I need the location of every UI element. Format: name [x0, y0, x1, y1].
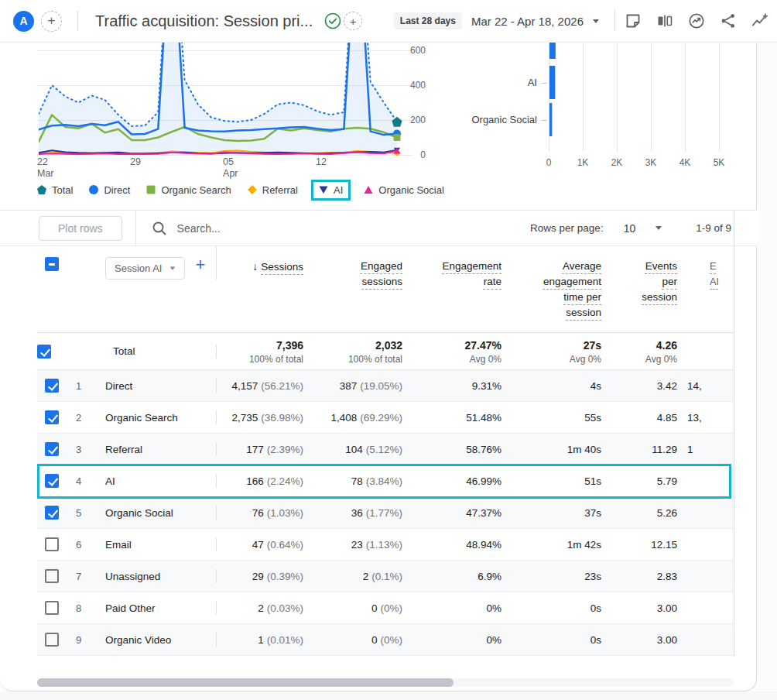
legend-item-total[interactable]: Total — [37, 184, 73, 196]
table-row: 4 AI 166(2.24%) 78(3.84%) 46.99% 51s 5.7… — [37, 465, 734, 497]
row-checkbox[interactable] — [45, 537, 59, 551]
row-checkbox[interactable] — [45, 442, 59, 456]
table-row: 9 Organic Video 1(0.01%) 0(0%) 0% 0s 3.0… — [37, 624, 734, 656]
insights-icon[interactable] — [687, 12, 706, 30]
engaged-sessions-cell: 0(0%) — [303, 634, 402, 646]
legend-label: Organic Search — [161, 184, 231, 196]
sessions-cell: 4,157(56.21%) — [217, 380, 303, 392]
horizontal-scrollbar-thumb[interactable] — [37, 678, 454, 687]
avg-engagement-time-cell: 51s — [501, 475, 601, 487]
legend-item-direct[interactable]: Direct — [89, 184, 130, 196]
column-header-avg-engagement-time[interactable]: Average engagement time per session — [501, 246, 601, 321]
avg-engagement-time-cell: 4s — [501, 380, 601, 392]
search-icon — [151, 220, 168, 237]
add-badge-button[interactable]: + — [344, 12, 362, 30]
engagement-rate-cell: 0% — [402, 602, 501, 614]
page-background — [0, 691, 777, 700]
comparison-icon[interactable] — [655, 12, 674, 30]
sort-descending-icon: ↓ — [252, 259, 258, 274]
legend-item-referral[interactable]: Referral — [248, 184, 298, 196]
table-row: 6 Email 47(0.64%) 23(1.13%) 48.94% 1m 42… — [37, 529, 734, 561]
total-row-label: Total — [113, 345, 135, 357]
total-events-cell: 4.26Avg 0% — [601, 338, 677, 365]
row-number: 6 — [76, 539, 87, 551]
row-number: 5 — [76, 507, 87, 519]
engagement-rate-cell: 48.94% — [402, 539, 501, 551]
row-checkbox[interactable] — [45, 569, 59, 583]
avg-engagement-time-cell: 37s — [501, 507, 601, 519]
engagement-rate-cell: 51.48% — [402, 412, 501, 424]
add-dimension-button[interactable]: + — [195, 257, 205, 273]
column-header-engaged-sessions[interactable]: Engaged sessions — [303, 246, 402, 290]
column-header-engagement-rate[interactable]: Engagement rate — [402, 246, 501, 290]
column-header-sessions[interactable]: ↓Sessions — [217, 246, 303, 275]
dimension-caret-icon — [170, 266, 176, 269]
engagement-rate-cell: 47.37% — [402, 507, 501, 519]
total-engaged-cell: 2,032100% of total — [303, 338, 402, 365]
column-header-event-count-partial[interactable]: E Al — [677, 246, 734, 290]
row-checkbox[interactable] — [45, 633, 59, 647]
column-header-events-per-session[interactable]: Events per session — [601, 246, 677, 305]
row-checkbox[interactable] — [45, 474, 59, 488]
rows-per-page-value[interactable]: 10 — [624, 222, 636, 235]
row-checkbox[interactable] — [45, 506, 59, 520]
check-circle-icon — [323, 12, 342, 30]
table-row: 1 Direct 4,157(56.21%) 387(19.05%) 9.31%… — [37, 370, 734, 402]
row-number: 9 — [76, 634, 87, 646]
notes-icon[interactable] — [624, 12, 642, 30]
engagement-rate-cell: 6.9% — [402, 571, 501, 582]
row-label: Direct — [105, 380, 132, 392]
legend-label: AI — [334, 184, 343, 196]
legend-item-organic-social[interactable]: Organic Social — [364, 184, 444, 196]
row-checkbox[interactable] — [45, 601, 59, 615]
total-time-cell: 27sAvg 0% — [501, 338, 601, 365]
engagement-rate-cell: 58.76% — [402, 444, 501, 455]
table-body: 1 Direct 4,157(56.21%) 387(19.05%) 9.31%… — [37, 370, 734, 656]
table-right-edge — [734, 210, 734, 656]
date-range-selector[interactable]: Mar 22 - Apr 18, 2026 — [471, 15, 599, 28]
sessions-cell: 47(0.64%) — [217, 539, 303, 551]
engaged-sessions-cell: 36(1.77%) — [303, 507, 402, 519]
events-per-session-cell: 3.00 — [601, 634, 677, 646]
header-divider — [77, 11, 78, 31]
checkmark-badge[interactable] — [323, 12, 342, 30]
engaged-sessions-cell: 1,408(69.29%) — [303, 412, 402, 424]
engaged-sessions-cell: 387(19.05%) — [303, 380, 402, 392]
row-checkbox[interactable] — [45, 410, 59, 424]
select-all-checkbox[interactable] — [45, 257, 59, 271]
table-row: 8 Paid Other 2(0.03%) 0(0%) 0% 0s 3.00 — [37, 592, 734, 624]
engagement-rate-cell: 9.31% — [402, 380, 501, 392]
pagination-status: 1-9 of 9 — [696, 222, 731, 234]
legend-label: Referral — [262, 184, 298, 196]
avatar[interactable]: A — [13, 11, 34, 32]
share-icon[interactable] — [719, 12, 738, 30]
date-range-text: Mar 22 - Apr 18, 2026 — [471, 15, 584, 28]
row-number: 3 — [76, 444, 87, 455]
rows-per-page-caret-icon[interactable] — [655, 226, 662, 230]
add-comparison-button[interactable]: + — [41, 11, 62, 32]
engaged-sessions-cell: 2(0.1%) — [303, 571, 402, 582]
row-label: Organic Video — [105, 634, 171, 646]
row-number: 4 — [76, 475, 87, 487]
row-checkbox[interactable] — [37, 345, 51, 359]
search-input[interactable] — [177, 222, 433, 235]
plot-rows-button[interactable]: Plot rows — [39, 216, 122, 241]
dimension-selector[interactable]: Session AI — [105, 257, 185, 280]
sessions-cell: 29(0.39%) — [217, 571, 303, 582]
legend-item-organic-search[interactable]: Organic Search — [146, 184, 231, 196]
table-total-row: Total 7,396100% of total 2,032100% of to… — [37, 333, 734, 370]
data-table: Session AI + ↓Sessions Engaged sessions … — [37, 246, 734, 656]
row-label: Organic Social — [105, 507, 173, 519]
event-count-cell: 1 — [677, 444, 734, 455]
events-per-session-cell: 12.15 — [601, 539, 677, 551]
sessions-cell: 177(2.39%) — [217, 444, 303, 455]
table-row: 3 Referral 177(2.39%) 104(5.12%) 58.76% … — [37, 434, 734, 465]
events-per-session-cell: 5.26 — [601, 507, 677, 519]
legend-item-ai[interactable]: AI — [311, 180, 351, 201]
customize-report-icon[interactable] — [751, 12, 769, 30]
horizontal-scrollbar — [37, 678, 734, 687]
app-header: A + Traffic acquisition: Session pri... … — [0, 0, 777, 43]
controls-divider — [135, 210, 136, 246]
sessions-cell: 2(0.03%) — [217, 602, 303, 614]
row-checkbox[interactable] — [45, 379, 59, 393]
